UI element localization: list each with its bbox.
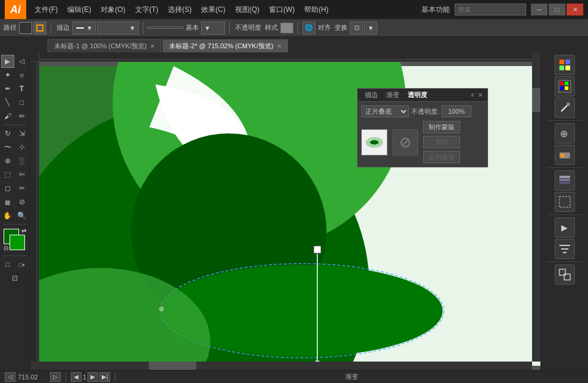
slice-tool[interactable]: ✄ (15, 168, 29, 181)
page-next[interactable]: ▶ (87, 372, 98, 382)
restore-button[interactable]: □ (549, 4, 565, 15)
brush-panel-icon[interactable] (555, 98, 575, 118)
rotate-tool[interactable]: ↻ (1, 127, 14, 140)
color-reset-btn[interactable]: ⊟ (4, 245, 8, 251)
line-tool[interactable]: ╲ (1, 96, 14, 109)
menu-file[interactable]: 文件(F) (31, 4, 61, 16)
pencil-tool[interactable]: ✏ (15, 110, 29, 123)
tab-1-close[interactable]: ✕ (150, 43, 155, 49)
artboard-nav-prev[interactable]: ◁ (5, 372, 15, 382)
svg-rect-33 (559, 182, 570, 184)
sep1 (51, 22, 51, 34)
graphic-style-icon[interactable] (555, 145, 575, 165)
menu-type[interactable]: 文字(T) (132, 4, 162, 16)
panel-tab-gradient[interactable]: 渐变 (383, 89, 403, 101)
scroll-right[interactable] (532, 52, 540, 362)
gradient-tool[interactable]: ▦ (1, 195, 14, 208)
canvas-area[interactable]: 描边 渐变 透明度 ≡ ✕ 正片叠底 不透明度: (30, 52, 540, 370)
tool-row-modes: □ □▪ (1, 258, 29, 271)
menu-edit[interactable]: 编辑(E) (64, 4, 95, 16)
title-right-area: 基本功能 ─ □ ✕ (421, 4, 583, 15)
panel-tab-transparency[interactable]: 透明度 (404, 89, 431, 101)
panel-menu-icon[interactable]: ≡ (470, 92, 476, 98)
artboard-nav-next[interactable]: ▷ (50, 372, 61, 382)
screen-mode[interactable]: □▪ (15, 258, 29, 271)
column-tool[interactable]: ░ (15, 154, 29, 167)
page-nav: ◀ 1 ▶ ▶| (71, 372, 110, 382)
style-color-btn[interactable] (280, 23, 293, 33)
stroke-label: 描边 (55, 23, 71, 32)
stroke-dropdown[interactable]: ▼ (72, 21, 96, 35)
swatch-panel-icon[interactable] (555, 76, 575, 96)
action-panel-icon[interactable]: ▶ (555, 217, 575, 238)
zoom-tool[interactable]: 🔍 (15, 209, 29, 222)
symbol-tool[interactable]: ⊕ (1, 154, 14, 167)
stroke-color-btn[interactable] (19, 22, 32, 34)
color-swap-btn[interactable]: ⇄ (21, 228, 26, 234)
menu-object[interactable]: 对象(O) (97, 4, 129, 16)
make-mask-button[interactable]: 制作蒙版 (423, 121, 460, 133)
tab-1[interactable]: 未标题-1 @ 100% (CMYK/预览) ✕ (48, 39, 161, 52)
menu-select[interactable]: 选择(S) (164, 4, 195, 16)
paintbrush-tool[interactable]: 🖌 (1, 110, 14, 123)
rect-tool[interactable]: □ (15, 96, 29, 109)
lasso-tool[interactable]: ⌾ (15, 68, 29, 82)
scroll-bottom[interactable] (30, 362, 532, 370)
transform-panel-icon[interactable] (555, 264, 575, 285)
scroll-right-thumb[interactable] (532, 88, 540, 112)
artboard-tool[interactable]: ⬚ (1, 168, 14, 181)
panel-tab-stroke[interactable]: 描边 (361, 89, 381, 101)
stroke-line-preview (148, 27, 183, 29)
hand-tool[interactable]: ✋ (1, 209, 14, 222)
stroke-color[interactable] (10, 235, 25, 250)
status-sep2 (115, 373, 115, 381)
stroke-style-dropdown[interactable]: ▼ (97, 21, 139, 35)
selection-tool[interactable]: ▶ (1, 55, 14, 68)
mask-no-icon[interactable]: ⊘ (392, 129, 418, 155)
menu-help[interactable]: 帮助(H) (301, 4, 332, 16)
panel-close-icon[interactable]: ✕ (477, 92, 484, 98)
page-prev[interactable]: ◀ (71, 372, 82, 382)
mask-row: ⊘ 制作蒙版 剪切 反相蒙版 (361, 121, 484, 163)
clip-button[interactable]: 剪切 (423, 136, 460, 148)
warp-tool[interactable]: 〜 (1, 141, 14, 154)
scissors-tool[interactable]: ✂ (15, 182, 29, 195)
invert-button[interactable]: 反相蒙版 (423, 151, 460, 163)
stroke-toggle-btn[interactable] (33, 21, 46, 35)
tab-2[interactable]: 未标题-2* @ 715.02% (CMYK/预览) ✕ (162, 39, 288, 52)
menu-window[interactable]: 窗口(W) (265, 4, 298, 16)
eraser-tool[interactable]: ◻ (1, 182, 14, 195)
svg-rect-13 (314, 246, 321, 253)
artboard-panel-icon[interactable] (555, 192, 575, 212)
search-input[interactable] (455, 4, 526, 15)
normal-mode[interactable]: □ (1, 258, 14, 271)
type-tool[interactable]: T (15, 82, 29, 95)
layer-panel-icon[interactable] (555, 170, 575, 191)
more-btn[interactable]: ▼ (364, 21, 377, 35)
blend-mode-select[interactable]: 正片叠底 (361, 105, 409, 117)
direct-selection-tool[interactable]: ◁ (15, 55, 29, 68)
align-panel-icon[interactable] (555, 239, 575, 259)
screen-mode2[interactable]: ⊡ (8, 272, 21, 285)
globe-btn[interactable]: 🌐 (302, 21, 315, 35)
tab-2-close[interactable]: ✕ (277, 43, 282, 49)
transform2-btn[interactable]: ⊡ (350, 21, 363, 35)
scroll-bottom-thumb[interactable] (149, 362, 196, 370)
svg-rect-25 (560, 82, 564, 85)
menu-effect[interactable]: 效果(C) (198, 4, 229, 16)
menu-view[interactable]: 视图(Q) (232, 4, 263, 16)
symbol-panel-icon[interactable]: ⊕ (555, 123, 575, 144)
page-end[interactable]: ▶| (99, 372, 110, 382)
scale-tool[interactable]: ⇲ (15, 127, 29, 140)
magic-wand-tool[interactable]: ✦ (1, 68, 14, 82)
close-button[interactable]: ✕ (567, 4, 583, 15)
mask-thumbnail[interactable] (361, 129, 387, 155)
opacity-input[interactable] (442, 105, 471, 117)
ruler-corner (30, 52, 39, 62)
basic-dropdown[interactable]: ▼ (201, 21, 225, 35)
minimize-button[interactable]: ─ (531, 4, 548, 15)
color-panel-icon[interactable] (555, 55, 575, 75)
pen-tool[interactable]: ✒ (1, 82, 14, 95)
reshape-tool[interactable]: ⊹ (15, 141, 29, 154)
eyedropper-tool[interactable]: ⊘ (15, 195, 29, 208)
